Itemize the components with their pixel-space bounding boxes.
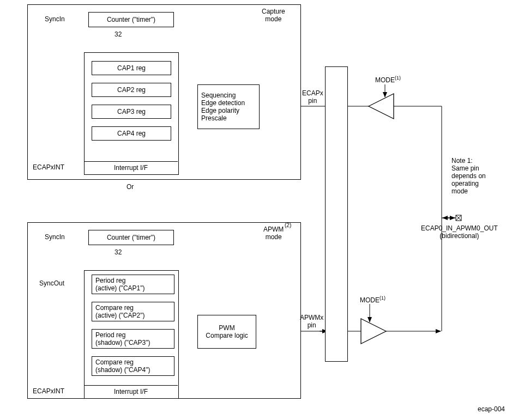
- apwm-mode-title: APWM mode: [263, 226, 284, 241]
- syncin-label-capture: SyncIn: [45, 15, 65, 23]
- interrupt-if-apwm: Interrupt I/F: [84, 386, 178, 397]
- ecapxint-label-apwm: ECAPxINT: [33, 387, 64, 395]
- svg-rect-32: [456, 215, 461, 221]
- svg-marker-10: [369, 94, 394, 119]
- svg-line-33: [456, 215, 461, 221]
- cap4-reg: CAP4 reg: [92, 126, 171, 141]
- apwmx-pin-label: APWMx pin: [300, 314, 323, 329]
- mode2-text: MODE: [360, 296, 380, 304]
- bus-width-apwm: 32: [115, 248, 122, 256]
- or-label: Or: [127, 183, 134, 191]
- divider-apwm: [84, 385, 178, 386]
- compare-reg-active: Compare reg (active) ("CAP2"): [92, 302, 174, 321]
- pwm-compare-logic: PWM Compare logic: [197, 315, 256, 349]
- svg-line-34: [456, 215, 461, 221]
- mode-label-1: MODE(1): [375, 75, 401, 84]
- cap3-reg: CAP3 reg: [92, 105, 171, 119]
- note-1: Note 1: Same pin depends on operating mo…: [451, 157, 486, 195]
- capture-mode-title: Capture mode: [262, 8, 285, 23]
- compare-reg-shadow: Compare reg (shadow) ("CAP4"): [92, 356, 174, 376]
- ecapx-pin-label: ECAPx pin: [302, 89, 323, 105]
- pin-strip: [325, 66, 348, 362]
- syncin-label-apwm: SyncIn: [45, 233, 65, 241]
- bidir-pin-label: ECAP0_IN_APWM0_OUT (bidirectional): [421, 224, 498, 240]
- bus-width-capture: 32: [115, 31, 122, 38]
- apwm-mode-sup: (2): [285, 222, 291, 228]
- mode1-text: MODE: [375, 76, 395, 84]
- syncout-label: SyncOut: [39, 279, 64, 287]
- divider: [84, 161, 178, 162]
- ecapxint-label-capture: ECAPxINT: [33, 163, 64, 171]
- period-reg-active: Period reg (active) ("CAP1"): [92, 275, 174, 294]
- figure-id: ecap-004: [478, 405, 505, 413]
- interrupt-if-capture: Interrupt I/F: [84, 162, 178, 173]
- period-reg-shadow: Period reg (shadow) ("CAP3"): [92, 329, 174, 349]
- sequencing-block: Sequencing Edge detection Edge polarity …: [197, 84, 260, 129]
- mode2-sup: (1): [380, 295, 385, 301]
- svg-marker-25: [361, 319, 386, 344]
- cap1-reg: CAP1 reg: [92, 61, 171, 75]
- counter-box-capture: Counter ("timer"): [88, 12, 174, 27]
- mode-label-2: MODE(1): [360, 295, 385, 304]
- counter-box-apwm: Counter ("timer"): [88, 230, 174, 245]
- mode1-sup: (1): [395, 75, 401, 81]
- cap2-reg: CAP2 reg: [92, 83, 171, 97]
